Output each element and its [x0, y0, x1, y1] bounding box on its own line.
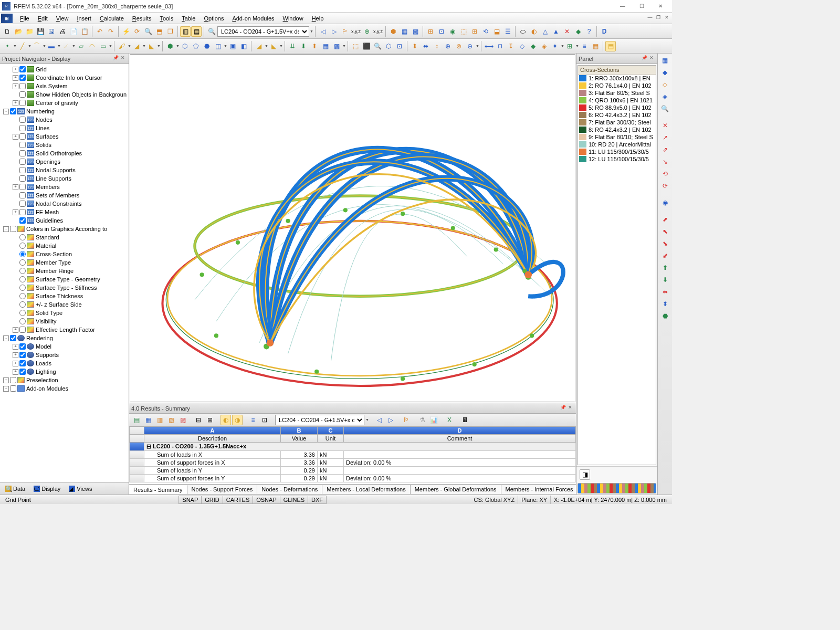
node-icon[interactable]: • [2, 41, 13, 51]
rs-16-icon[interactable]: ⬋ [659, 250, 671, 261]
menu-file[interactable]: File [16, 14, 34, 23]
rt-2-icon[interactable]: ▦ [143, 415, 153, 425]
load-2-icon[interactable]: ⬇ [298, 41, 309, 51]
brush-icon[interactable]: 🖌 [117, 41, 127, 51]
sel-5-icon[interactable]: ⊡ [394, 41, 405, 51]
dlubal-icon[interactable]: D [599, 26, 610, 37]
rt-chart-icon[interactable]: 📊 [428, 415, 439, 425]
rt-calc-icon[interactable]: 🖩 [460, 415, 470, 425]
tool-b-icon[interactable]: ◐ [529, 26, 539, 37]
render-1-icon[interactable]: ⬢ [388, 26, 398, 37]
tree-nodes[interactable]: 123Nodes [0, 116, 129, 124]
tree-members[interactable]: +123Members [0, 183, 129, 191]
tree-solid-type[interactable]: Solid Type [0, 309, 129, 317]
report-icon[interactable]: 📄 [68, 26, 79, 37]
cs-item[interactable]: 6: RO 42.4x3.2 | EN 102 [578, 111, 656, 119]
sel-3-icon[interactable]: 🔍 [372, 41, 383, 51]
tree-nodal-supports[interactable]: 123Nodal Supports [0, 166, 129, 174]
rt-9-icon[interactable]: ◑ [232, 415, 243, 425]
dropdown-icon[interactable]: ▼ [310, 29, 313, 33]
clipboard-icon[interactable]: 📋 [79, 26, 90, 37]
rs-13-icon[interactable]: ⬈ [659, 214, 671, 225]
tree-rendering[interactable]: -Rendering [0, 334, 129, 342]
tree-add-on-modules[interactable]: +Add-on Modules [0, 384, 129, 393]
tree-nodal-constraints[interactable]: 123Nodal Constraints [0, 200, 129, 208]
menu-results[interactable]: Results [128, 14, 156, 23]
solid-icon[interactable]: ▭ [98, 41, 108, 51]
rs-21-icon[interactable]: ⬣ [659, 310, 671, 322]
load-5-icon[interactable]: ▩ [331, 41, 342, 51]
tree-loads[interactable]: +Loads [0, 359, 129, 368]
menu-view[interactable]: View [52, 14, 73, 23]
results-tab[interactable]: Nodes - Support Forces [187, 485, 258, 494]
rs-4-icon[interactable]: ◈ [659, 91, 671, 102]
tab-data[interactable]: 🔍Data [2, 485, 28, 493]
rt-10-icon[interactable]: ≡ [248, 415, 258, 425]
tree-member-type[interactable]: Member Type [0, 258, 129, 267]
rs-9-icon[interactable]: ↘ [659, 156, 671, 167]
rs-1-icon[interactable]: ▦ [659, 55, 671, 66]
results-tab[interactable]: Members - Local Deformations [322, 485, 410, 494]
next-lc-icon[interactable]: ▷ [329, 26, 339, 37]
tree-solids[interactable]: 123Solids [0, 141, 129, 149]
rt-6-icon[interactable]: ⊟ [193, 415, 204, 425]
persp-2-icon[interactable]: ⬣ [202, 41, 212, 51]
snap-1-icon[interactable]: ⊕ [362, 26, 372, 37]
tree-surface-thickness[interactable]: Surface Thickness [0, 292, 129, 300]
adj-4-icon[interactable]: ⊕ [443, 41, 453, 51]
arc-icon[interactable]: ⌒ [32, 41, 42, 51]
dim-7-icon[interactable]: ✦ [550, 41, 560, 51]
tab-display[interactable]: 🖵Display [30, 485, 64, 493]
curved-icon[interactable]: ◠ [87, 41, 97, 51]
table-row[interactable]: Sum of loads in Y0.29kN [130, 467, 576, 475]
xyz-2-icon[interactable]: x,y,z [373, 26, 383, 37]
status-glines[interactable]: GLINES [280, 496, 308, 504]
tree-lighting[interactable]: +Lighting [0, 368, 129, 376]
calculate-icon[interactable]: ⚡ [121, 26, 131, 37]
toggle-navigator-icon[interactable]: ▥ [180, 26, 191, 37]
sel-1-icon[interactable]: ⬚ [350, 41, 361, 51]
prev-lc-icon[interactable]: ◁ [318, 26, 328, 37]
adj-2-icon[interactable]: ⬌ [421, 41, 431, 51]
persp-4-icon[interactable]: ▣ [227, 41, 238, 51]
cs-item[interactable]: 11: LU 115/300/15/30/5 [578, 148, 656, 155]
tree-coordinate-info-on-cursor[interactable]: +Coordinate Info on Cursor [0, 74, 129, 82]
tree-material[interactable]: Material [0, 242, 129, 250]
grid-2-icon[interactable]: ⊡ [436, 26, 447, 37]
cs-item[interactable]: 9: Flat Bar 80/10; Steel S [578, 133, 656, 141]
rs-6-icon[interactable]: ✕ [659, 120, 671, 131]
cs-item[interactable]: 1: RRO 300x100x8 | EN [578, 75, 656, 82]
adj-5-icon[interactable]: ⊗ [454, 41, 464, 51]
results-tab[interactable]: Members - Global Deformations [411, 485, 501, 494]
frame-3-icon[interactable]: ⬓ [491, 26, 502, 37]
persp-1-icon[interactable]: ⬠ [191, 41, 201, 51]
undo-icon[interactable]: ↶ [94, 26, 105, 37]
line-icon[interactable]: ╱ [17, 41, 27, 51]
menu-insert[interactable]: Insert [72, 14, 96, 23]
cs-item[interactable]: 8: RO 42.4x3.2 | EN 102 [578, 126, 656, 133]
persp-3-icon[interactable]: ◫ [213, 41, 223, 51]
tree-standard[interactable]: Standard [0, 233, 129, 242]
cs-item[interactable]: 12: LU 115/100/15/30/5 [578, 155, 656, 163]
results-tab[interactable]: Results - Summary [129, 485, 187, 494]
rs-2-icon[interactable]: ◆ [659, 67, 671, 78]
tool-c-icon[interactable]: △ [540, 26, 550, 37]
frame-2-icon[interactable]: ⊞ [469, 26, 480, 37]
open-recent-icon[interactable]: 📁 [24, 26, 35, 37]
dim-8-icon[interactable]: ⊞ [564, 41, 575, 51]
sup-1-icon[interactable]: ◢ [254, 41, 264, 51]
tool-d-icon[interactable]: ▲ [551, 26, 561, 37]
rs-8-icon[interactable]: ⇗ [659, 144, 671, 155]
table-row[interactable]: Sum of loads in X3.36kN [130, 451, 576, 459]
menu-help[interactable]: Help [308, 14, 328, 23]
loadcase-combo[interactable]: LC204 - CO204 - G+1.5V+x dep. [217, 26, 309, 37]
cube-1-icon[interactable]: ⬢ [165, 41, 175, 51]
rt-filter-icon[interactable]: ⚗ [417, 415, 427, 425]
tree-visibility[interactable]: Visibility [0, 317, 129, 326]
check-icon[interactable]: ⟳ [132, 26, 142, 37]
help-icon[interactable]: ? [584, 26, 594, 37]
dim-10-icon[interactable]: ▦ [590, 41, 601, 51]
new-icon[interactable]: 🗋 [2, 26, 13, 37]
rs-11-icon[interactable]: ⟳ [659, 180, 671, 192]
tree-guidelines[interactable]: 123Guidelines [0, 216, 129, 225]
